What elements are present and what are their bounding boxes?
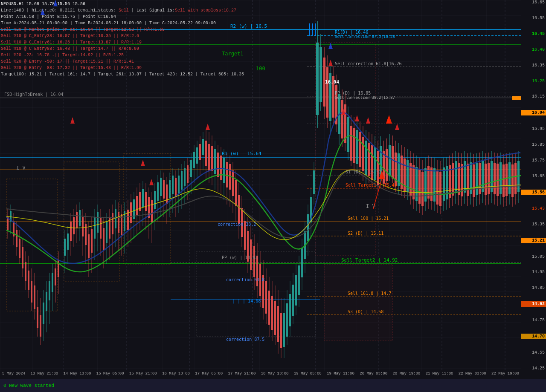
svg-rect-226 bbox=[295, 275, 297, 306]
svg-rect-358 bbox=[494, 163, 496, 194]
svg-rect-214 bbox=[277, 306, 279, 342]
svg-text:Sell correction 61.8|16.26: Sell correction 61.8|16.26 bbox=[335, 61, 402, 66]
svg-rect-36 bbox=[7, 217, 9, 230]
svg-rect-132 bbox=[154, 191, 156, 209]
svg-rect-152 bbox=[184, 168, 186, 186]
svg-rect-162 bbox=[199, 144, 201, 160]
svg-rect-218 bbox=[283, 313, 285, 347]
svg-rect-372 bbox=[514, 163, 517, 194]
svg-rect-130 bbox=[151, 200, 153, 222]
svg-rect-264 bbox=[353, 128, 355, 163]
svg-rect-90 bbox=[91, 229, 93, 253]
svg-rect-246 bbox=[326, 67, 328, 118]
svg-rect-104 bbox=[112, 213, 113, 234]
svg-rect-142 bbox=[169, 180, 171, 198]
svg-rect-108 bbox=[118, 212, 119, 233]
svg-rect-316 bbox=[430, 167, 433, 201]
svg-rect-42 bbox=[16, 230, 17, 247]
svg-text:|  |  |  14.68: | | | 14.68 bbox=[232, 299, 261, 304]
svg-rect-340 bbox=[467, 164, 469, 196]
svg-rect-374 bbox=[517, 161, 520, 192]
svg-rect-276 bbox=[371, 145, 373, 180]
svg-rect-44 bbox=[19, 239, 20, 258]
svg-rect-172 bbox=[214, 149, 216, 174]
bottom-bar: 0 New Wave started bbox=[0, 379, 546, 392]
svg-rect-92 bbox=[94, 217, 96, 239]
svg-rect-212 bbox=[274, 301, 276, 335]
svg-rect-266 bbox=[356, 130, 358, 164]
svg-text:R2 (w)  |  16.5: R2 (w) | 16.5 bbox=[230, 23, 267, 29]
svg-rect-166 bbox=[205, 141, 207, 166]
svg-rect-78 bbox=[73, 217, 75, 234]
svg-rect-68 bbox=[55, 268, 56, 285]
svg-rect-82 bbox=[79, 210, 81, 226]
svg-rect-174 bbox=[217, 153, 219, 177]
svg-text:Sell correction 87.5|16.48: Sell correction 87.5|16.48 bbox=[335, 35, 395, 39]
svg-rect-366 bbox=[505, 164, 508, 196]
svg-rect-348 bbox=[479, 163, 481, 194]
svg-rect-188 bbox=[238, 195, 240, 224]
svg-rect-308 bbox=[418, 170, 421, 204]
svg-rect-320 bbox=[436, 170, 439, 205]
svg-rect-210 bbox=[271, 296, 273, 330]
svg-rect-238 bbox=[313, 170, 315, 194]
svg-text:correction 87.5: correction 87.5 bbox=[226, 337, 264, 342]
svg-rect-154 bbox=[187, 165, 189, 183]
svg-rect-94 bbox=[97, 212, 99, 233]
svg-rect-208 bbox=[268, 291, 270, 325]
svg-rect-76 bbox=[70, 222, 72, 241]
svg-rect-324 bbox=[443, 167, 445, 201]
svg-rect-140 bbox=[166, 184, 168, 204]
svg-rect-310 bbox=[421, 172, 424, 206]
svg-text:S1 (D)  |  15.52: S1 (D) | 15.52 bbox=[346, 170, 381, 175]
svg-text:Sell 100  |  15.21: Sell 100 | 15.21 bbox=[348, 216, 389, 221]
svg-rect-150 bbox=[181, 171, 183, 190]
svg-rect-346 bbox=[476, 163, 478, 195]
svg-rect-54 bbox=[34, 285, 35, 309]
svg-text:R1 (w)  |  15.64: R1 (w) | 15.64 bbox=[222, 151, 261, 156]
svg-rect-168 bbox=[208, 144, 210, 170]
svg-rect-124 bbox=[142, 189, 144, 207]
svg-rect-256 bbox=[341, 100, 343, 138]
svg-rect-64 bbox=[49, 281, 50, 300]
svg-text:correction 38.2: correction 38.2 bbox=[218, 222, 256, 227]
svg-rect-86 bbox=[85, 224, 87, 245]
svg-rect-268 bbox=[359, 132, 361, 167]
svg-rect-184 bbox=[232, 170, 234, 196]
svg-rect-304 bbox=[412, 165, 415, 199]
svg-text:S2 (D)  |  15.11: S2 (D) | 15.11 bbox=[348, 231, 383, 236]
svg-rect-56 bbox=[37, 307, 38, 328]
svg-rect-322 bbox=[439, 172, 441, 206]
svg-rect-332 bbox=[455, 161, 457, 193]
svg-rect-98 bbox=[103, 228, 105, 250]
svg-rect-116 bbox=[130, 202, 132, 223]
svg-rect-72 bbox=[64, 239, 66, 256]
svg-rect-46 bbox=[22, 247, 23, 268]
svg-rect-370 bbox=[511, 164, 514, 197]
svg-rect-290 bbox=[392, 146, 394, 179]
svg-rect-52 bbox=[31, 281, 32, 303]
svg-rect-33 bbox=[324, 264, 392, 341]
svg-rect-126 bbox=[145, 192, 147, 211]
svg-rect-60 bbox=[43, 303, 44, 324]
svg-rect-178 bbox=[223, 158, 225, 183]
svg-text:I  V: I V bbox=[16, 165, 26, 171]
svg-rect-278 bbox=[374, 147, 376, 180]
svg-rect-318 bbox=[433, 168, 436, 202]
svg-rect-344 bbox=[473, 164, 475, 197]
svg-rect-260 bbox=[347, 117, 349, 152]
svg-rect-84 bbox=[82, 217, 84, 236]
svg-rect-216 bbox=[280, 313, 282, 348]
svg-rect-286 bbox=[386, 149, 388, 181]
svg-rect-176 bbox=[220, 156, 222, 180]
svg-rect-136 bbox=[160, 178, 162, 196]
svg-rect-222 bbox=[289, 294, 291, 326]
svg-text:Sell 161.8  |  14.7: Sell 161.8 | 14.7 bbox=[348, 291, 391, 296]
svg-rect-134 bbox=[157, 182, 159, 201]
svg-rect-62 bbox=[46, 292, 47, 311]
svg-rect-144 bbox=[172, 176, 174, 194]
svg-text:correction 61.8: correction 61.8 bbox=[226, 277, 264, 282]
svg-text:100: 100 bbox=[256, 66, 265, 72]
svg-rect-96 bbox=[100, 218, 102, 239]
svg-rect-280 bbox=[377, 151, 379, 185]
